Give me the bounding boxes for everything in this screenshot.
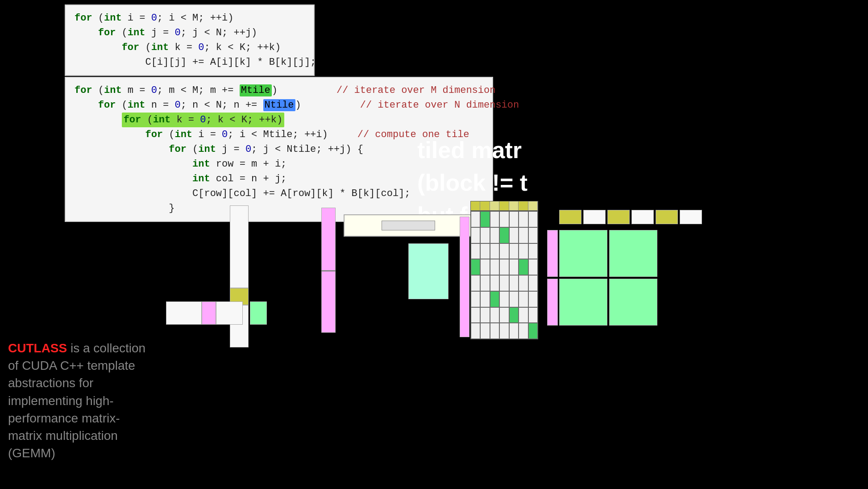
grid-cell (471, 323, 480, 339)
grid-pink-col (460, 217, 469, 337)
grid-cell (519, 307, 528, 323)
grid-cell (471, 243, 480, 259)
output-left-col (547, 230, 558, 326)
grid-cell (471, 227, 480, 243)
grid-cell (480, 323, 490, 339)
grid-cell (528, 291, 538, 307)
grid-cell (480, 259, 490, 275)
output-white-3 (680, 210, 702, 224)
grid-cell (499, 291, 509, 307)
output-yellow-3 (656, 210, 678, 224)
output-top-strip (559, 210, 702, 224)
grid-cell (471, 307, 480, 323)
grid-cell (509, 227, 519, 243)
result-scalar-block (250, 301, 267, 325)
grid-cell (499, 259, 509, 275)
grid-cell (480, 243, 490, 259)
row-right-white (216, 301, 243, 325)
grid-cell (509, 243, 519, 259)
top-cell-4 (499, 201, 509, 210)
matrix-diagrams: .diag4-grid { display: grid; grid-templa… (156, 201, 861, 487)
row-left-white (166, 301, 202, 325)
col-top-white (230, 205, 249, 288)
grid-cell (480, 307, 490, 323)
grid-cell (490, 323, 499, 339)
grid-cell-green (528, 323, 538, 339)
grid-cell (528, 307, 538, 323)
grid-cell (471, 275, 480, 291)
matrix-a-column-diagram (230, 205, 249, 347)
tile-separator-line (321, 270, 336, 272)
top-cell-1 (471, 201, 480, 210)
output-green-3 (559, 279, 607, 326)
cutlass-desc-text: is a collection of CUDA C++ template abs… (8, 341, 145, 460)
grid-cell (490, 211, 499, 227)
grid-cell (490, 275, 499, 291)
top-cell-6 (519, 201, 528, 210)
grid-yellow-top (470, 201, 538, 211)
output-green-4 (609, 279, 657, 326)
grid-cell (471, 211, 480, 227)
grid-cell-green (490, 291, 499, 307)
grid-cell (509, 323, 519, 339)
cutlass-brand: CUTLASS (8, 341, 67, 355)
grid-cell (490, 259, 499, 275)
top-cell-7 (528, 201, 538, 210)
output-green-2 (609, 230, 657, 277)
grid-cell (519, 275, 528, 291)
code-1-content: for (int i = 0; i < M; ++i) for (int j =… (75, 11, 305, 70)
output-green-1 (559, 230, 607, 277)
output-pink-2 (547, 279, 558, 326)
row-pink-segment (202, 301, 216, 325)
cutlass-section: CUTLASS is a collection of CUDA C++ temp… (8, 339, 146, 462)
result-tile-block (408, 243, 449, 299)
grid-cell (528, 259, 538, 275)
tiled-grid-diagram: .diag4-grid { display: grid; grid-templa… (460, 201, 540, 339)
grid-cell (499, 243, 509, 259)
grid-cell (490, 243, 499, 259)
matrix-b-tile-row (344, 214, 473, 237)
grid-cell (509, 211, 519, 227)
output-yellow-1 (559, 210, 581, 224)
top-cell-3 (490, 201, 499, 210)
grid-cell (509, 291, 519, 307)
grid-cell-green (519, 259, 528, 275)
top-cell-5 (509, 201, 519, 210)
grid-cell (499, 307, 509, 323)
code-block-1: for (int i = 0; i < M; ++i) for (int j =… (65, 4, 315, 76)
grid-cell (480, 227, 490, 243)
grid-cell (490, 227, 499, 243)
output-white-1 (583, 210, 606, 224)
grid-cell (519, 323, 528, 339)
grid-cell-green (480, 211, 490, 227)
grid-cell (519, 211, 528, 227)
grid-cell (528, 275, 538, 291)
output-grid (559, 230, 657, 326)
grid-cell (519, 243, 528, 259)
grid-cell (519, 227, 528, 243)
grid-cell (480, 275, 490, 291)
grid-cell (528, 243, 538, 259)
b-tile-highlight (382, 221, 435, 230)
grid-cell-green (471, 259, 480, 275)
cutlass-description: CUTLASS is a collection of CUDA C++ temp… (8, 339, 146, 462)
grid-cell (480, 291, 490, 307)
matrix-grid: .diag4-grid { display: grid; grid-templa… (470, 211, 538, 339)
grid-cell (499, 323, 509, 339)
grid-cell (499, 275, 509, 291)
grid-cell (471, 291, 480, 307)
grid-cell (490, 307, 499, 323)
top-cell-2 (480, 201, 490, 210)
grid-cell (528, 227, 538, 243)
grid-cell (499, 211, 509, 227)
matrix-b-row-diagram (166, 301, 243, 325)
output-pink-1 (547, 230, 558, 277)
grid-container: .diag4-grid { display: grid; grid-templa… (460, 201, 540, 339)
grid-cell (528, 211, 538, 227)
grid-cell (509, 259, 519, 275)
output-white-2 (631, 210, 654, 224)
grid-cell-green (509, 307, 519, 323)
grid-cell-green (499, 227, 509, 243)
grid-cell (519, 291, 528, 307)
output-yellow-2 (607, 210, 630, 224)
